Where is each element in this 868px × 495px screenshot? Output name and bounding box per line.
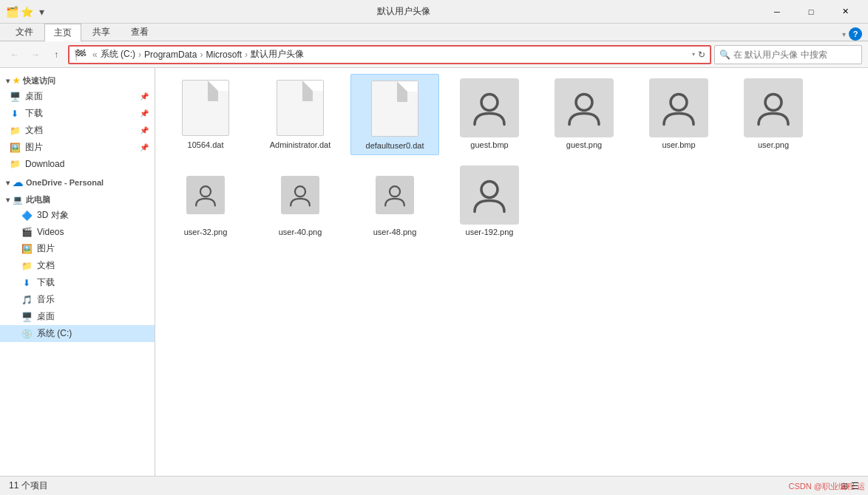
breadcrumb-c-drive[interactable]: 系统 (C:) — [101, 48, 135, 61]
help-button[interactable]: ? — [849, 27, 862, 41]
dat-file-icon — [371, 81, 418, 137]
file-label: guest.png — [566, 140, 602, 149]
svg-point-6 — [390, 186, 400, 197]
title-bar: 🗂️ ⭐ ▾ 默认用户头像 ─ □ ✕ — [0, 0, 868, 24]
search-bar[interactable]: 🔍 — [714, 45, 862, 64]
svg-point-7 — [481, 182, 498, 198]
quick-access-chevron: ▾ — [6, 77, 10, 85]
avatar-icon-large — [744, 78, 803, 137]
svg-point-5 — [295, 186, 305, 197]
sidebar-pc-desktop-label: 桌面 — [37, 310, 149, 323]
file-item[interactable]: guest.png — [540, 74, 628, 155]
breadcrumb-programdata[interactable]: ProgramData — [144, 50, 197, 60]
sidebar-item-desktop-pc[interactable]: 🖥️ 桌面 — [0, 308, 155, 325]
file-label: user.png — [758, 140, 789, 149]
file-icon-wrapper — [176, 165, 235, 225]
svg-point-0 — [481, 95, 498, 111]
list-view-icon[interactable]: ☰ — [851, 481, 859, 491]
this-pc-chevron: ▾ — [6, 196, 10, 204]
ribbon-tabs: 文件 主页 共享 查看 ▾ ? — [0, 24, 868, 41]
file-count: 11 个项目 — [9, 479, 48, 492]
file-item[interactable]: user.png — [729, 74, 818, 155]
svg-point-3 — [765, 95, 781, 111]
file-icon-wrapper — [460, 165, 519, 225]
sidebar-item-download-quick[interactable]: ⬇ 下载 📌 — [0, 105, 155, 122]
sidebar-item-pictures-quick[interactable]: 🖼️ 图片 📌 — [0, 139, 155, 156]
sidebar-item-docs-pc[interactable]: 📁 文档 — [0, 257, 155, 274]
desktop-icon: 🖥️ — [9, 91, 21, 103]
pictures-icon: 🖼️ — [9, 142, 21, 154]
sidebar-desktop-label: 桌面 — [25, 90, 134, 103]
sidebar-c-drive-label: 系统 (C:) — [37, 327, 149, 340]
file-grid: 10564.dat Administrator.dat defaultuser0… — [161, 74, 862, 241]
dat-file-icon — [182, 80, 229, 136]
sidebar-pc-download-label: 下载 — [37, 276, 149, 289]
quick-access-star-icon: ★ — [13, 76, 20, 86]
sidebar-item-c-drive[interactable]: 💿 系统 (C:) — [0, 325, 155, 342]
address-bar[interactable]: 🏁 « 系统 (C:) › ProgramData › Microsoft › … — [68, 45, 711, 64]
videos-icon: 🎬 — [21, 226, 33, 238]
tab-file[interactable]: 文件 — [6, 23, 43, 41]
file-item[interactable]: user-48.png — [350, 161, 439, 241]
file-item[interactable]: user-40.png — [256, 161, 345, 241]
grid-view-icon[interactable]: ⊞ — [841, 481, 848, 491]
refresh-button[interactable]: ↻ — [698, 50, 705, 60]
file-label: guest.bmp — [470, 140, 508, 149]
file-area: 10564.dat Administrator.dat defaultuser0… — [155, 68, 868, 476]
back-button[interactable]: ← — [6, 46, 24, 64]
sidebar-item-videos[interactable]: 🎬 Videos — [0, 224, 155, 240]
onedrive-label: OneDrive - Personal — [26, 178, 104, 187]
file-item[interactable]: user.bmp — [634, 74, 723, 155]
onedrive-icon: ☁ — [13, 177, 23, 188]
file-item[interactable]: user-32.png — [161, 161, 250, 241]
breadcrumb-microsoft[interactable]: Microsoft — [206, 50, 242, 60]
onedrive-header[interactable]: ▾ ☁ OneDrive - Personal — [0, 172, 155, 190]
close-button[interactable]: ✕ — [828, 0, 862, 24]
sidebar-pictures-label: 图片 — [25, 141, 134, 154]
window-icon: 🗂️ — [6, 6, 18, 18]
file-label: defaultuser0.dat — [366, 141, 424, 150]
pc-desktop-icon: 🖥️ — [21, 311, 33, 323]
sidebar-item-desktop-quick[interactable]: 🖥️ 桌面 📌 — [0, 88, 155, 105]
file-icon-wrapper — [460, 78, 519, 137]
file-item[interactable]: 10564.dat — [161, 74, 250, 155]
search-input[interactable] — [733, 50, 857, 60]
tab-share[interactable]: 共享 — [83, 23, 120, 41]
minimize-button[interactable]: ─ — [760, 0, 794, 24]
sidebar-item-music[interactable]: 🎵 音乐 — [0, 291, 155, 308]
help-chevron[interactable]: ▾ — [842, 30, 846, 38]
title-bar-icons: 🗂️ ⭐ ▾ — [6, 6, 47, 18]
download-folder-icon: 📁 — [9, 158, 21, 170]
this-pc-header[interactable]: ▾ 💻 此电脑 — [0, 190, 155, 207]
sidebar-videos-label: Videos — [37, 227, 149, 237]
pc-download-icon: ⬇ — [21, 277, 33, 289]
file-icon-wrapper — [365, 79, 424, 138]
file-item[interactable]: Administrator.dat — [256, 74, 345, 155]
file-item[interactable]: user-192.png — [445, 161, 534, 241]
address-folder-icon: 🏁 — [74, 49, 87, 61]
sidebar-pc-pictures-label: 图片 — [37, 242, 149, 255]
tab-home[interactable]: 主页 — [44, 24, 81, 41]
sidebar-item-docs-quick[interactable]: 📁 文档 📌 — [0, 122, 155, 139]
dat-file-icon — [277, 80, 324, 136]
sidebar-item-pictures-pc[interactable]: 🖼️ 图片 — [0, 240, 155, 257]
file-icon-wrapper — [365, 165, 424, 225]
sidebar: ▾ ★ 快速访问 🖥️ 桌面 📌 ⬇ 下载 📌 📁 文档 📌 🖼️ 图片 📌 📁… — [0, 68, 155, 476]
sidebar-item-download-folder[interactable]: 📁 Download — [0, 156, 155, 172]
sidebar-item-3d-objects[interactable]: 🔷 3D 对象 — [0, 207, 155, 224]
sidebar-pc-docs-label: 文档 — [37, 259, 149, 272]
forward-button[interactable]: → — [27, 46, 44, 64]
file-item[interactable]: defaultuser0.dat — [350, 74, 439, 155]
svg-point-1 — [576, 95, 592, 111]
sidebar-music-label: 音乐 — [37, 293, 149, 306]
tab-view[interactable]: 查看 — [121, 23, 158, 41]
svg-point-2 — [671, 95, 687, 111]
quick-access-header[interactable]: ▾ ★ 快速访问 — [0, 71, 155, 88]
file-label: user-40.png — [279, 228, 322, 236]
address-dropdown-icon[interactable]: ▾ — [692, 51, 695, 58]
maximize-button[interactable]: □ — [794, 0, 828, 24]
sidebar-item-download-pc[interactable]: ⬇ 下载 — [0, 274, 155, 291]
file-item[interactable]: guest.bmp — [445, 74, 534, 155]
file-icon-wrapper — [649, 78, 708, 137]
up-button[interactable]: ↑ — [47, 46, 65, 64]
